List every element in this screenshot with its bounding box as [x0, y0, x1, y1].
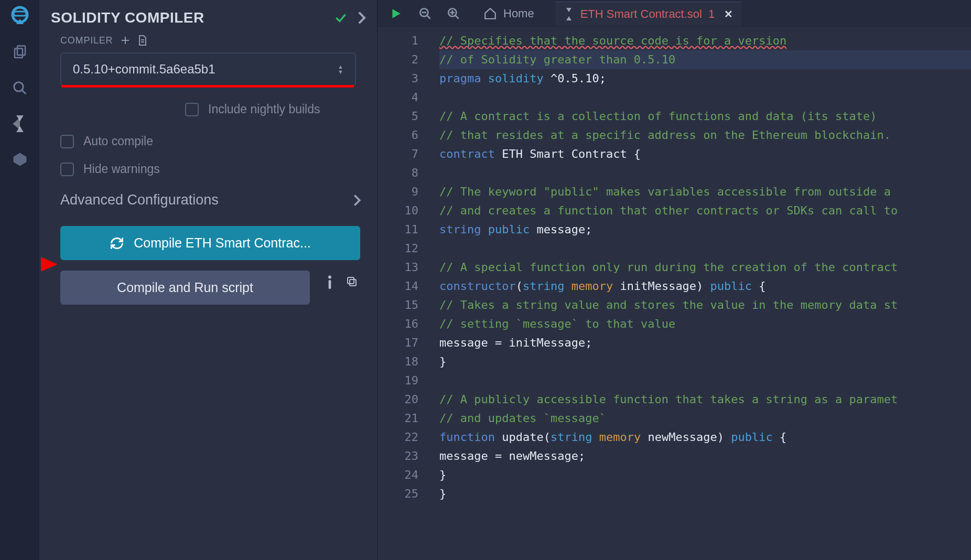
- home-icon: [483, 7, 497, 20]
- code-line[interactable]: // A publicly accessible function that t…: [439, 390, 971, 409]
- run-icon[interactable]: [390, 8, 406, 19]
- compile-and-run-button[interactable]: Compile and Run script: [60, 271, 310, 305]
- line-number: 18: [377, 352, 418, 371]
- close-icon[interactable]: ✕: [724, 8, 733, 20]
- code-line[interactable]: // setting `message` to that value: [439, 315, 971, 333]
- code-line[interactable]: // and updates `message`: [439, 409, 971, 428]
- svg-rect-12: [350, 279, 356, 286]
- line-number: 6: [377, 126, 418, 145]
- line-number: 4: [377, 88, 418, 107]
- code-line[interactable]: }: [439, 484, 971, 503]
- include-nightly-checkbox[interactable]: Include nightly builds: [185, 102, 365, 116]
- copy-icon[interactable]: [346, 275, 358, 290]
- svg-rect-13: [348, 277, 354, 284]
- checkbox-icon: [185, 103, 199, 116]
- code-line[interactable]: }: [439, 466, 971, 484]
- code-line[interactable]: // A contract is a collection of functio…: [439, 107, 971, 126]
- code-line[interactable]: // Specifies that the source code is for…: [439, 31, 971, 50]
- svg-line-19: [455, 15, 459, 19]
- icon-rail: [0, 0, 39, 560]
- code-line[interactable]: }: [439, 352, 971, 371]
- compiler-label: COMPILER: [60, 35, 113, 46]
- svg-rect-11: [329, 280, 331, 288]
- code-line[interactable]: // The keyword "public" makes variables …: [439, 182, 971, 201]
- line-number: 15: [377, 296, 418, 315]
- code-editor[interactable]: 1234567891011121314151617181920212223242…: [377, 27, 971, 560]
- line-number: 24: [377, 466, 418, 484]
- line-number: 19: [377, 371, 418, 390]
- hide-warnings-checkbox[interactable]: Hide warnings: [60, 162, 365, 176]
- code-line[interactable]: [439, 88, 971, 107]
- line-number: 21: [377, 409, 418, 428]
- code-lines[interactable]: // Specifies that the source code is for…: [430, 27, 971, 560]
- checkbox-icon: [60, 135, 74, 148]
- info-icon[interactable]: [326, 275, 334, 290]
- auto-compile-label: Auto compile: [83, 134, 153, 148]
- code-line[interactable]: constructor(string memory initMessage) p…: [439, 277, 971, 296]
- zoom-out-icon[interactable]: [418, 7, 434, 20]
- advanced-configurations-toggle[interactable]: Advanced Configurations: [39, 176, 377, 216]
- compile-button[interactable]: Compile ETH Smart Contrac...: [60, 226, 360, 260]
- code-line[interactable]: [439, 164, 971, 182]
- plus-icon[interactable]: [120, 35, 131, 46]
- auto-compile-checkbox[interactable]: Auto compile: [60, 134, 365, 148]
- file-icon[interactable]: [138, 35, 147, 46]
- remix-logo-icon[interactable]: [8, 4, 31, 27]
- line-number: 5: [377, 107, 418, 126]
- line-number: 17: [377, 333, 418, 352]
- hide-warnings-label: Hide warnings: [83, 162, 160, 176]
- annotation-underline: [61, 85, 354, 88]
- advanced-label: Advanced Configurations: [60, 192, 219, 208]
- code-line[interactable]: [439, 239, 971, 258]
- code-line[interactable]: [439, 371, 971, 390]
- code-line[interactable]: contract ETH Smart Contract {: [439, 145, 971, 164]
- line-number: 13: [377, 258, 418, 277]
- editor-pane: Home ETH Smart Contract.sol 1 ✕ 12345678…: [377, 0, 971, 560]
- line-number: 2: [377, 50, 418, 69]
- search-icon[interactable]: [9, 78, 30, 99]
- svg-point-4: [14, 82, 23, 92]
- tab-home[interactable]: Home: [475, 2, 543, 26]
- chevron-right-icon: [353, 194, 361, 207]
- line-number: 9: [377, 182, 418, 201]
- line-number: 3: [377, 69, 418, 88]
- line-number: 8: [377, 164, 418, 182]
- line-number: 20: [377, 390, 418, 409]
- tab-home-label: Home: [503, 7, 534, 20]
- code-line[interactable]: // Takes a string value and stores the v…: [439, 296, 971, 315]
- line-number: 7: [377, 145, 418, 164]
- svg-rect-2: [15, 49, 23, 58]
- compiler-panel: SOLIDITY COMPILER COMPILER 0.5.10+commit…: [39, 0, 377, 560]
- solidity-compiler-icon[interactable]: [9, 113, 30, 134]
- svg-line-5: [21, 90, 26, 94]
- code-line[interactable]: string public message;: [439, 220, 971, 239]
- zoom-in-icon[interactable]: [447, 7, 462, 20]
- code-line[interactable]: // and creates a function that other con…: [439, 201, 971, 220]
- line-number: 14: [377, 277, 418, 296]
- panel-header: SOLIDITY COMPILER: [39, 5, 377, 31]
- deploy-icon[interactable]: [9, 149, 30, 170]
- compiler-section: COMPILER 0.5.10+commit.5a6ea5b1 ▲▼ Inclu…: [39, 31, 377, 176]
- code-line[interactable]: // of Solidity greater than 0.5.10: [439, 50, 971, 69]
- solidity-file-icon: [564, 8, 574, 20]
- code-line[interactable]: pragma solidity ^0.5.10;: [439, 69, 971, 88]
- check-icon: [334, 11, 348, 25]
- tabstrip: Home ETH Smart Contract.sol 1 ✕: [377, 0, 971, 27]
- files-icon[interactable]: [9, 42, 30, 63]
- code-line[interactable]: message = newMessage;: [439, 447, 971, 466]
- line-number: 25: [377, 484, 418, 503]
- svg-line-16: [427, 15, 430, 19]
- svg-marker-14: [392, 9, 400, 18]
- compiler-version-dropdown[interactable]: 0.5.10+commit.5a6ea5b1 ▲▼: [60, 52, 356, 86]
- code-line[interactable]: // that resides at a specific address on…: [439, 126, 971, 145]
- tab-modified-badge: 1: [708, 7, 715, 21]
- tab-file-name: ETH Smart Contract.sol: [580, 7, 702, 21]
- tab-active-file[interactable]: ETH Smart Contract.sol 1 ✕: [555, 2, 742, 26]
- line-number: 23: [377, 447, 418, 466]
- chevron-right-icon[interactable]: [357, 11, 366, 25]
- line-number: 16: [377, 315, 418, 333]
- svg-point-10: [328, 275, 331, 278]
- code-line[interactable]: message = initMessage;: [439, 333, 971, 352]
- code-line[interactable]: // A special function only run during th…: [439, 258, 971, 277]
- code-line[interactable]: function update(string memory newMessage…: [439, 428, 971, 447]
